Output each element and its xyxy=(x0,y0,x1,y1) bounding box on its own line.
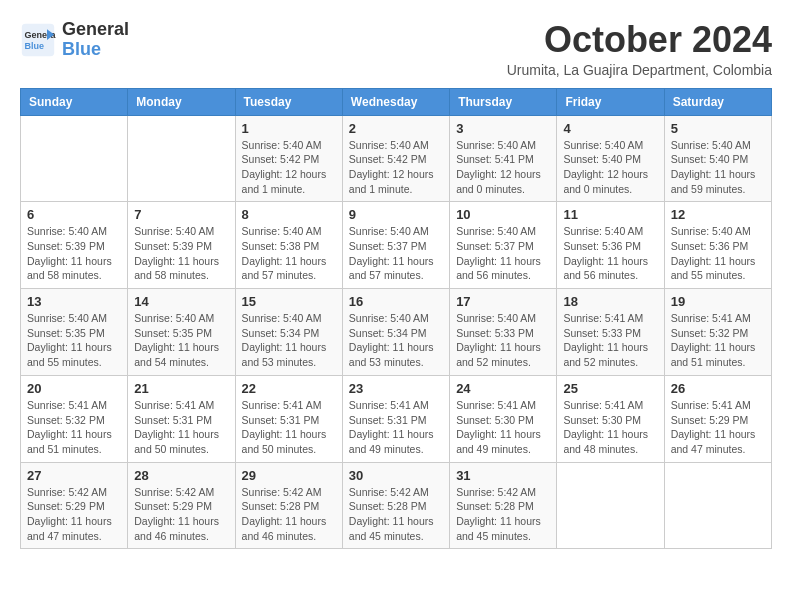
weekday-header-saturday: Saturday xyxy=(664,88,771,115)
day-number: 12 xyxy=(671,207,765,222)
calendar-week-row: 13Sunrise: 5:40 AMSunset: 5:35 PMDayligh… xyxy=(21,289,772,376)
calendar-header: SundayMondayTuesdayWednesdayThursdayFrid… xyxy=(21,88,772,115)
calendar-week-row: 20Sunrise: 5:41 AMSunset: 5:32 PMDayligh… xyxy=(21,375,772,462)
day-detail: Sunrise: 5:41 AMSunset: 5:32 PMDaylight:… xyxy=(27,398,121,457)
day-number: 24 xyxy=(456,381,550,396)
calendar-cell: 6Sunrise: 5:40 AMSunset: 5:39 PMDaylight… xyxy=(21,202,128,289)
calendar-cell xyxy=(128,115,235,202)
day-number: 11 xyxy=(563,207,657,222)
day-number: 23 xyxy=(349,381,443,396)
day-detail: Sunrise: 5:40 AMSunset: 5:34 PMDaylight:… xyxy=(242,311,336,370)
subtitle: Urumita, La Guajira Department, Colombia xyxy=(507,62,772,78)
day-detail: Sunrise: 5:42 AMSunset: 5:28 PMDaylight:… xyxy=(242,485,336,544)
calendar-cell: 10Sunrise: 5:40 AMSunset: 5:37 PMDayligh… xyxy=(450,202,557,289)
calendar-cell: 4Sunrise: 5:40 AMSunset: 5:40 PMDaylight… xyxy=(557,115,664,202)
calendar-week-row: 27Sunrise: 5:42 AMSunset: 5:29 PMDayligh… xyxy=(21,462,772,549)
day-detail: Sunrise: 5:41 AMSunset: 5:29 PMDaylight:… xyxy=(671,398,765,457)
day-detail: Sunrise: 5:41 AMSunset: 5:30 PMDaylight:… xyxy=(563,398,657,457)
day-detail: Sunrise: 5:40 AMSunset: 5:36 PMDaylight:… xyxy=(671,224,765,283)
calendar-cell: 31Sunrise: 5:42 AMSunset: 5:28 PMDayligh… xyxy=(450,462,557,549)
calendar-cell xyxy=(21,115,128,202)
weekday-header-sunday: Sunday xyxy=(21,88,128,115)
calendar-cell: 20Sunrise: 5:41 AMSunset: 5:32 PMDayligh… xyxy=(21,375,128,462)
calendar-cell: 17Sunrise: 5:40 AMSunset: 5:33 PMDayligh… xyxy=(450,289,557,376)
calendar-body: 1Sunrise: 5:40 AMSunset: 5:42 PMDaylight… xyxy=(21,115,772,549)
day-number: 21 xyxy=(134,381,228,396)
calendar-cell: 13Sunrise: 5:40 AMSunset: 5:35 PMDayligh… xyxy=(21,289,128,376)
day-number: 5 xyxy=(671,121,765,136)
calendar-cell: 22Sunrise: 5:41 AMSunset: 5:31 PMDayligh… xyxy=(235,375,342,462)
calendar-cell: 21Sunrise: 5:41 AMSunset: 5:31 PMDayligh… xyxy=(128,375,235,462)
calendar-week-row: 1Sunrise: 5:40 AMSunset: 5:42 PMDaylight… xyxy=(21,115,772,202)
day-number: 7 xyxy=(134,207,228,222)
day-number: 26 xyxy=(671,381,765,396)
day-number: 6 xyxy=(27,207,121,222)
day-detail: Sunrise: 5:40 AMSunset: 5:33 PMDaylight:… xyxy=(456,311,550,370)
day-detail: Sunrise: 5:40 AMSunset: 5:39 PMDaylight:… xyxy=(134,224,228,283)
day-number: 14 xyxy=(134,294,228,309)
calendar-cell: 30Sunrise: 5:42 AMSunset: 5:28 PMDayligh… xyxy=(342,462,449,549)
day-detail: Sunrise: 5:40 AMSunset: 5:38 PMDaylight:… xyxy=(242,224,336,283)
weekday-header-wednesday: Wednesday xyxy=(342,88,449,115)
day-number: 2 xyxy=(349,121,443,136)
day-number: 27 xyxy=(27,468,121,483)
day-number: 17 xyxy=(456,294,550,309)
day-detail: Sunrise: 5:42 AMSunset: 5:29 PMDaylight:… xyxy=(134,485,228,544)
day-detail: Sunrise: 5:41 AMSunset: 5:32 PMDaylight:… xyxy=(671,311,765,370)
day-number: 10 xyxy=(456,207,550,222)
calendar-cell: 14Sunrise: 5:40 AMSunset: 5:35 PMDayligh… xyxy=(128,289,235,376)
calendar-cell: 24Sunrise: 5:41 AMSunset: 5:30 PMDayligh… xyxy=(450,375,557,462)
day-number: 20 xyxy=(27,381,121,396)
day-detail: Sunrise: 5:40 AMSunset: 5:42 PMDaylight:… xyxy=(349,138,443,197)
logo-text: General Blue xyxy=(62,20,129,60)
calendar-cell: 23Sunrise: 5:41 AMSunset: 5:31 PMDayligh… xyxy=(342,375,449,462)
day-number: 31 xyxy=(456,468,550,483)
day-number: 30 xyxy=(349,468,443,483)
day-detail: Sunrise: 5:40 AMSunset: 5:37 PMDaylight:… xyxy=(456,224,550,283)
day-number: 28 xyxy=(134,468,228,483)
day-number: 3 xyxy=(456,121,550,136)
calendar-cell: 1Sunrise: 5:40 AMSunset: 5:42 PMDaylight… xyxy=(235,115,342,202)
day-detail: Sunrise: 5:42 AMSunset: 5:29 PMDaylight:… xyxy=(27,485,121,544)
day-detail: Sunrise: 5:41 AMSunset: 5:31 PMDaylight:… xyxy=(134,398,228,457)
day-number: 25 xyxy=(563,381,657,396)
weekday-header-tuesday: Tuesday xyxy=(235,88,342,115)
calendar-cell: 9Sunrise: 5:40 AMSunset: 5:37 PMDaylight… xyxy=(342,202,449,289)
calendar-cell xyxy=(664,462,771,549)
calendar-cell: 7Sunrise: 5:40 AMSunset: 5:39 PMDaylight… xyxy=(128,202,235,289)
calendar-table: SundayMondayTuesdayWednesdayThursdayFrid… xyxy=(20,88,772,550)
day-detail: Sunrise: 5:41 AMSunset: 5:30 PMDaylight:… xyxy=(456,398,550,457)
logo-icon: General Blue xyxy=(20,22,56,58)
weekday-header-thursday: Thursday xyxy=(450,88,557,115)
calendar-week-row: 6Sunrise: 5:40 AMSunset: 5:39 PMDaylight… xyxy=(21,202,772,289)
day-detail: Sunrise: 5:41 AMSunset: 5:31 PMDaylight:… xyxy=(349,398,443,457)
day-detail: Sunrise: 5:40 AMSunset: 5:40 PMDaylight:… xyxy=(563,138,657,197)
day-detail: Sunrise: 5:40 AMSunset: 5:35 PMDaylight:… xyxy=(27,311,121,370)
day-detail: Sunrise: 5:40 AMSunset: 5:34 PMDaylight:… xyxy=(349,311,443,370)
calendar-cell: 18Sunrise: 5:41 AMSunset: 5:33 PMDayligh… xyxy=(557,289,664,376)
calendar-cell: 3Sunrise: 5:40 AMSunset: 5:41 PMDaylight… xyxy=(450,115,557,202)
day-detail: Sunrise: 5:40 AMSunset: 5:36 PMDaylight:… xyxy=(563,224,657,283)
day-number: 13 xyxy=(27,294,121,309)
day-number: 4 xyxy=(563,121,657,136)
calendar-cell: 8Sunrise: 5:40 AMSunset: 5:38 PMDaylight… xyxy=(235,202,342,289)
weekday-header-row: SundayMondayTuesdayWednesdayThursdayFrid… xyxy=(21,88,772,115)
title-block: October 2024 Urumita, La Guajira Departm… xyxy=(507,20,772,78)
calendar-cell: 19Sunrise: 5:41 AMSunset: 5:32 PMDayligh… xyxy=(664,289,771,376)
day-number: 22 xyxy=(242,381,336,396)
calendar-cell: 15Sunrise: 5:40 AMSunset: 5:34 PMDayligh… xyxy=(235,289,342,376)
day-detail: Sunrise: 5:42 AMSunset: 5:28 PMDaylight:… xyxy=(349,485,443,544)
day-detail: Sunrise: 5:40 AMSunset: 5:40 PMDaylight:… xyxy=(671,138,765,197)
day-detail: Sunrise: 5:40 AMSunset: 5:35 PMDaylight:… xyxy=(134,311,228,370)
weekday-header-monday: Monday xyxy=(128,88,235,115)
calendar-cell: 29Sunrise: 5:42 AMSunset: 5:28 PMDayligh… xyxy=(235,462,342,549)
day-number: 18 xyxy=(563,294,657,309)
day-detail: Sunrise: 5:40 AMSunset: 5:39 PMDaylight:… xyxy=(27,224,121,283)
svg-text:Blue: Blue xyxy=(25,41,45,51)
calendar-cell xyxy=(557,462,664,549)
day-detail: Sunrise: 5:42 AMSunset: 5:28 PMDaylight:… xyxy=(456,485,550,544)
calendar-cell: 12Sunrise: 5:40 AMSunset: 5:36 PMDayligh… xyxy=(664,202,771,289)
calendar-cell: 11Sunrise: 5:40 AMSunset: 5:36 PMDayligh… xyxy=(557,202,664,289)
day-number: 16 xyxy=(349,294,443,309)
logo: General Blue General Blue xyxy=(20,20,129,60)
